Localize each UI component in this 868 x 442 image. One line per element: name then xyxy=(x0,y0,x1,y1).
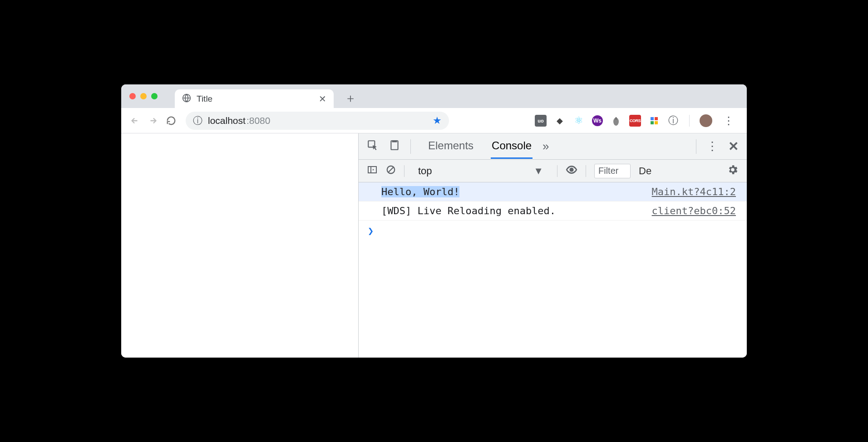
toolbar: ⓘ localhost:8080 ★ uo ◆ ⚛ Ws CORS ⓘ ⋮ xyxy=(121,108,747,133)
reload-button[interactable] xyxy=(163,113,179,129)
extension-icons: uo ◆ ⚛ Ws CORS ⓘ ⋮ xyxy=(535,114,741,127)
browser-tab[interactable]: Title ✕ xyxy=(175,89,334,108)
svg-line-13 xyxy=(389,167,394,172)
tab-strip: Title ✕ ＋ xyxy=(121,84,747,108)
console-log-row[interactable]: Hello, World! Main.kt?4c11:2 xyxy=(359,182,747,201)
content-area: Elements Console » ⋮ ✕ top xyxy=(121,133,747,358)
log-source-link[interactable]: client?ebc0:52 xyxy=(652,205,736,216)
separator xyxy=(696,139,696,154)
tab-console[interactable]: Console xyxy=(491,134,533,159)
minimize-window-button[interactable] xyxy=(140,93,147,99)
console-log-row[interactable]: [WDS] Live Reloading enabled. client?ebc… xyxy=(359,201,747,221)
devtools-tabs: Elements Console xyxy=(427,134,533,159)
console-sidebar-toggle-icon[interactable] xyxy=(367,164,378,178)
filter-placeholder: Filter xyxy=(598,166,618,176)
execution-context-select[interactable]: top ▼ xyxy=(413,165,549,177)
close-devtools-icon[interactable]: ✕ xyxy=(728,139,739,154)
ext-react-icon[interactable]: ⚛ xyxy=(573,115,585,127)
address-bar[interactable]: ⓘ localhost:8080 ★ xyxy=(186,112,449,130)
devtools-toolbar: Elements Console » ⋮ ✕ xyxy=(359,133,747,160)
svg-rect-6 xyxy=(655,121,658,124)
devtools-panel: Elements Console » ⋮ ✕ top xyxy=(358,133,747,358)
globe-icon xyxy=(182,93,191,105)
ext-cors-icon[interactable]: CORS xyxy=(629,115,641,127)
new-tab-button[interactable]: ＋ xyxy=(339,90,362,106)
console-toolbar: top ▼ Filter De xyxy=(359,160,747,182)
svg-rect-3 xyxy=(651,117,654,120)
svg-point-14 xyxy=(570,168,573,171)
prompt-caret-icon: ❯ xyxy=(368,225,374,236)
console-log-area: Hello, World! Main.kt?4c11:2 [WDS] Live … xyxy=(359,182,747,358)
console-settings-icon[interactable] xyxy=(727,164,739,178)
log-message: Hello, World! xyxy=(381,186,652,197)
close-tab-button[interactable]: ✕ xyxy=(319,93,326,104)
separator xyxy=(410,139,411,154)
ext-info-icon[interactable]: ⓘ xyxy=(667,115,679,127)
tab-title: Title xyxy=(197,94,212,104)
log-message: [WDS] Live Reloading enabled. xyxy=(381,205,652,216)
maximize-window-button[interactable] xyxy=(151,93,158,99)
page-viewport[interactable] xyxy=(121,133,358,358)
ext-ublock-icon[interactable]: uo xyxy=(535,115,547,127)
device-toggle-icon[interactable] xyxy=(389,139,400,154)
context-label: top xyxy=(418,165,432,177)
close-window-button[interactable] xyxy=(129,93,136,99)
clear-console-icon[interactable] xyxy=(386,165,396,177)
ext-webstorm-icon[interactable]: Ws xyxy=(592,115,603,126)
browser-menu-button[interactable]: ⋮ xyxy=(720,114,738,127)
svg-rect-2 xyxy=(616,117,616,120)
browser-window: Title ✕ ＋ ⓘ localhost:8080 ★ uo ◆ ⚛ Ws xyxy=(121,84,747,358)
console-prompt[interactable]: ❯ xyxy=(359,221,747,241)
url-host: localhost xyxy=(208,115,246,126)
svg-rect-4 xyxy=(655,117,658,120)
svg-rect-5 xyxy=(651,121,654,124)
live-expression-icon[interactable] xyxy=(566,164,577,178)
svg-rect-9 xyxy=(393,141,397,142)
console-filter-input[interactable]: Filter xyxy=(594,164,631,178)
ext-lighthouse-icon[interactable] xyxy=(648,115,660,127)
ext-mouse-icon[interactable] xyxy=(610,115,622,127)
forward-button[interactable] xyxy=(145,113,161,129)
dropdown-caret-icon: ▼ xyxy=(533,165,543,177)
log-levels-select[interactable]: De xyxy=(639,165,651,177)
devtools-menu-icon[interactable]: ⋮ xyxy=(706,139,718,153)
separator xyxy=(586,165,586,177)
log-source-link[interactable]: Main.kt?4c11:2 xyxy=(652,186,736,197)
separator xyxy=(557,165,557,177)
separator xyxy=(404,165,404,177)
more-tabs-icon[interactable]: » xyxy=(542,139,549,153)
separator xyxy=(689,115,690,127)
site-info-icon[interactable]: ⓘ xyxy=(193,114,202,127)
tab-elements[interactable]: Elements xyxy=(427,134,474,159)
back-button[interactable] xyxy=(127,113,143,129)
url-port: :8080 xyxy=(247,115,271,126)
ext-cube-icon[interactable]: ◆ xyxy=(554,115,566,127)
profile-avatar[interactable] xyxy=(700,114,712,127)
svg-rect-10 xyxy=(368,167,376,173)
inspect-element-icon[interactable] xyxy=(367,139,379,154)
bookmark-star-icon[interactable]: ★ xyxy=(433,115,442,127)
window-controls xyxy=(129,93,169,99)
